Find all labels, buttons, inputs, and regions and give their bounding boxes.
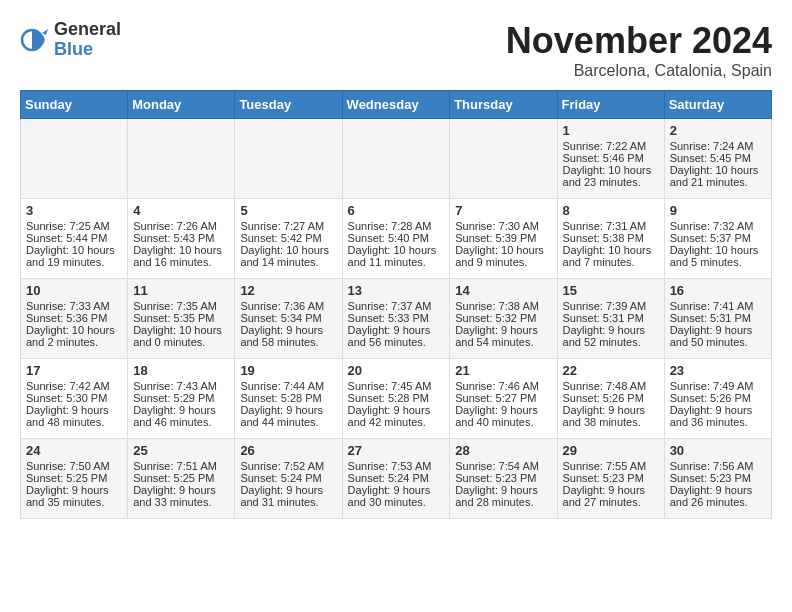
weekday-header-wednesday: Wednesday [342, 91, 450, 119]
sunset-text: Sunset: 5:33 PM [348, 312, 445, 324]
logo-line2: Blue [54, 40, 121, 60]
calendar-week-4: 17Sunrise: 7:42 AMSunset: 5:30 PMDayligh… [21, 359, 772, 439]
daylight-text: Daylight: 10 hours and 7 minutes. [563, 244, 659, 268]
calendar-cell: 29Sunrise: 7:55 AMSunset: 5:23 PMDayligh… [557, 439, 664, 519]
day-number: 4 [133, 203, 229, 218]
daylight-text: Daylight: 9 hours and 56 minutes. [348, 324, 445, 348]
calendar-cell: 20Sunrise: 7:45 AMSunset: 5:28 PMDayligh… [342, 359, 450, 439]
calendar-cell: 14Sunrise: 7:38 AMSunset: 5:32 PMDayligh… [450, 279, 557, 359]
sunset-text: Sunset: 5:24 PM [348, 472, 445, 484]
sunrise-text: Sunrise: 7:37 AM [348, 300, 445, 312]
sunrise-text: Sunrise: 7:45 AM [348, 380, 445, 392]
daylight-text: Daylight: 9 hours and 58 minutes. [240, 324, 336, 348]
calendar-cell: 1Sunrise: 7:22 AMSunset: 5:46 PMDaylight… [557, 119, 664, 199]
sunset-text: Sunset: 5:28 PM [240, 392, 336, 404]
calendar-cell: 27Sunrise: 7:53 AMSunset: 5:24 PMDayligh… [342, 439, 450, 519]
day-number: 19 [240, 363, 336, 378]
calendar-cell: 5Sunrise: 7:27 AMSunset: 5:42 PMDaylight… [235, 199, 342, 279]
sunset-text: Sunset: 5:34 PM [240, 312, 336, 324]
sunrise-text: Sunrise: 7:46 AM [455, 380, 551, 392]
sunset-text: Sunset: 5:23 PM [455, 472, 551, 484]
daylight-text: Daylight: 9 hours and 36 minutes. [670, 404, 766, 428]
calendar-cell: 24Sunrise: 7:50 AMSunset: 5:25 PMDayligh… [21, 439, 128, 519]
sunrise-text: Sunrise: 7:33 AM [26, 300, 122, 312]
calendar-cell: 15Sunrise: 7:39 AMSunset: 5:31 PMDayligh… [557, 279, 664, 359]
calendar-cell [21, 119, 128, 199]
sunrise-text: Sunrise: 7:22 AM [563, 140, 659, 152]
sunset-text: Sunset: 5:38 PM [563, 232, 659, 244]
weekday-header-thursday: Thursday [450, 91, 557, 119]
day-number: 9 [670, 203, 766, 218]
daylight-text: Daylight: 10 hours and 11 minutes. [348, 244, 445, 268]
calendar-body: 1Sunrise: 7:22 AMSunset: 5:46 PMDaylight… [21, 119, 772, 519]
month-title: November 2024 [506, 20, 772, 62]
daylight-text: Daylight: 9 hours and 35 minutes. [26, 484, 122, 508]
day-number: 21 [455, 363, 551, 378]
daylight-text: Daylight: 9 hours and 52 minutes. [563, 324, 659, 348]
sunrise-text: Sunrise: 7:52 AM [240, 460, 336, 472]
sunrise-text: Sunrise: 7:41 AM [670, 300, 766, 312]
sunrise-text: Sunrise: 7:25 AM [26, 220, 122, 232]
sunrise-text: Sunrise: 7:26 AM [133, 220, 229, 232]
day-number: 27 [348, 443, 445, 458]
sunrise-text: Sunrise: 7:48 AM [563, 380, 659, 392]
day-number: 11 [133, 283, 229, 298]
sunset-text: Sunset: 5:35 PM [133, 312, 229, 324]
calendar-cell: 16Sunrise: 7:41 AMSunset: 5:31 PMDayligh… [664, 279, 771, 359]
calendar-cell: 25Sunrise: 7:51 AMSunset: 5:25 PMDayligh… [128, 439, 235, 519]
daylight-text: Daylight: 10 hours and 9 minutes. [455, 244, 551, 268]
calendar-cell: 26Sunrise: 7:52 AMSunset: 5:24 PMDayligh… [235, 439, 342, 519]
sunrise-text: Sunrise: 7:32 AM [670, 220, 766, 232]
day-number: 7 [455, 203, 551, 218]
calendar-cell: 6Sunrise: 7:28 AMSunset: 5:40 PMDaylight… [342, 199, 450, 279]
day-number: 14 [455, 283, 551, 298]
calendar-table: SundayMondayTuesdayWednesdayThursdayFrid… [20, 90, 772, 519]
day-number: 28 [455, 443, 551, 458]
calendar-cell: 19Sunrise: 7:44 AMSunset: 5:28 PMDayligh… [235, 359, 342, 439]
sunset-text: Sunset: 5:42 PM [240, 232, 336, 244]
sunrise-text: Sunrise: 7:30 AM [455, 220, 551, 232]
calendar-cell: 10Sunrise: 7:33 AMSunset: 5:36 PMDayligh… [21, 279, 128, 359]
weekday-header-sunday: Sunday [21, 91, 128, 119]
daylight-text: Daylight: 10 hours and 21 minutes. [670, 164, 766, 188]
day-number: 23 [670, 363, 766, 378]
weekday-header-tuesday: Tuesday [235, 91, 342, 119]
sunset-text: Sunset: 5:25 PM [26, 472, 122, 484]
calendar-cell: 22Sunrise: 7:48 AMSunset: 5:26 PMDayligh… [557, 359, 664, 439]
sunset-text: Sunset: 5:40 PM [348, 232, 445, 244]
day-number: 12 [240, 283, 336, 298]
calendar-week-3: 10Sunrise: 7:33 AMSunset: 5:36 PMDayligh… [21, 279, 772, 359]
calendar-week-5: 24Sunrise: 7:50 AMSunset: 5:25 PMDayligh… [21, 439, 772, 519]
calendar-cell: 3Sunrise: 7:25 AMSunset: 5:44 PMDaylight… [21, 199, 128, 279]
daylight-text: Daylight: 10 hours and 16 minutes. [133, 244, 229, 268]
sunset-text: Sunset: 5:44 PM [26, 232, 122, 244]
sunrise-text: Sunrise: 7:55 AM [563, 460, 659, 472]
daylight-text: Daylight: 9 hours and 40 minutes. [455, 404, 551, 428]
weekday-header-saturday: Saturday [664, 91, 771, 119]
logo-icon [20, 25, 50, 55]
sunset-text: Sunset: 5:32 PM [455, 312, 551, 324]
daylight-text: Daylight: 10 hours and 0 minutes. [133, 324, 229, 348]
sunset-text: Sunset: 5:36 PM [26, 312, 122, 324]
day-number: 25 [133, 443, 229, 458]
calendar-cell: 23Sunrise: 7:49 AMSunset: 5:26 PMDayligh… [664, 359, 771, 439]
logo-line1: General [54, 20, 121, 40]
calendar-cell: 17Sunrise: 7:42 AMSunset: 5:30 PMDayligh… [21, 359, 128, 439]
calendar-cell: 21Sunrise: 7:46 AMSunset: 5:27 PMDayligh… [450, 359, 557, 439]
sunrise-text: Sunrise: 7:56 AM [670, 460, 766, 472]
sunrise-text: Sunrise: 7:53 AM [348, 460, 445, 472]
day-number: 15 [563, 283, 659, 298]
sunset-text: Sunset: 5:31 PM [670, 312, 766, 324]
page-header: General Blue November 2024 Barcelona, Ca… [20, 20, 772, 80]
location-title: Barcelona, Catalonia, Spain [506, 62, 772, 80]
daylight-text: Daylight: 10 hours and 23 minutes. [563, 164, 659, 188]
day-number: 20 [348, 363, 445, 378]
daylight-text: Daylight: 9 hours and 28 minutes. [455, 484, 551, 508]
day-number: 24 [26, 443, 122, 458]
daylight-text: Daylight: 9 hours and 44 minutes. [240, 404, 336, 428]
sunset-text: Sunset: 5:28 PM [348, 392, 445, 404]
day-number: 26 [240, 443, 336, 458]
day-number: 30 [670, 443, 766, 458]
calendar-cell [128, 119, 235, 199]
sunset-text: Sunset: 5:23 PM [563, 472, 659, 484]
